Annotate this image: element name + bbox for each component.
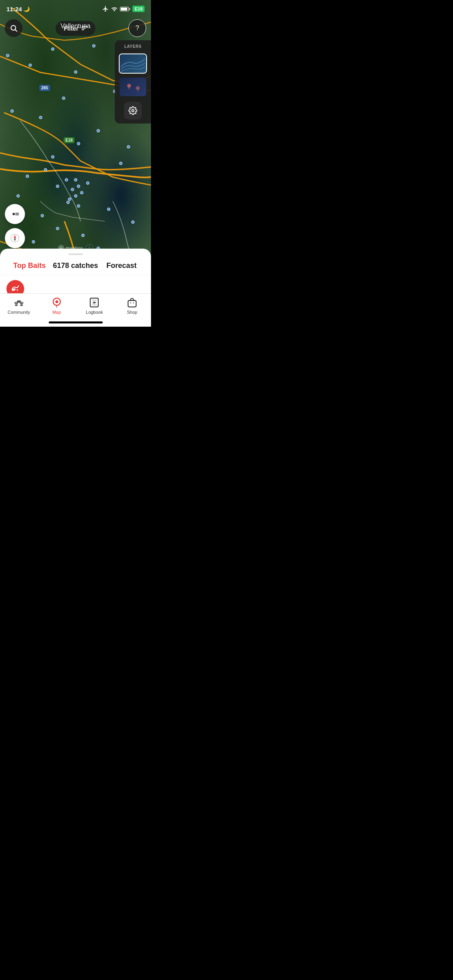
layers-settings-button[interactable] — [124, 102, 142, 119]
pins-preview — [120, 77, 146, 97]
svg-point-34 — [130, 303, 131, 304]
svg-point-27 — [55, 301, 58, 303]
road-label-265: 265 — [39, 85, 50, 91]
svg-rect-33 — [128, 301, 136, 307]
compass-icon — [10, 233, 20, 243]
layers-title: LAYERS — [124, 44, 142, 49]
svg-marker-10 — [14, 235, 16, 238]
sheet-handle — [68, 253, 83, 255]
tab-top-baits[interactable]: Top Baits — [6, 261, 52, 270]
search-icon — [10, 24, 18, 32]
shop-icon — [126, 297, 138, 308]
map-bottom-controls — [5, 204, 25, 248]
topo-preview — [121, 55, 145, 72]
logbook-tab-label: Logbook — [86, 310, 103, 315]
shop-tab-label: Shop — [127, 310, 137, 315]
tab-shop[interactable]: Shop — [118, 297, 146, 315]
map-pin-list-icon — [10, 209, 20, 219]
svg-marker-11 — [14, 238, 16, 241]
layer-pins-button[interactable] — [119, 77, 147, 97]
compass-button[interactable] — [5, 228, 25, 248]
svg-point-14 — [17, 289, 18, 291]
location-name: Vallentuna — [60, 23, 90, 30]
tab-forecast[interactable]: Forecast — [99, 261, 145, 270]
fishing-bait-icon — [10, 284, 20, 294]
svg-point-21 — [17, 303, 17, 303]
map-icon — [51, 297, 62, 308]
layers-panel: LAYERS — [115, 40, 151, 124]
logbook-icon — [89, 297, 100, 308]
svg-line-2 — [15, 30, 17, 32]
svg-point-17 — [17, 300, 21, 303]
help-button[interactable]: ? — [128, 19, 146, 37]
svg-point-23 — [22, 303, 23, 303]
home-indicator — [49, 321, 103, 323]
svg-point-24 — [18, 301, 19, 302]
svg-point-25 — [19, 301, 20, 302]
svg-point-22 — [21, 303, 21, 303]
community-icon — [13, 297, 25, 308]
map-list-button[interactable] — [5, 204, 25, 224]
svg-point-6 — [12, 213, 15, 215]
road-label-e18: E18 — [64, 137, 75, 143]
svg-point-30 — [93, 302, 93, 303]
tab-map[interactable]: Map — [43, 297, 71, 315]
tab-logbook[interactable]: Logbook — [80, 297, 108, 315]
map-header: Filter ? — [0, 3, 151, 37]
layer-topo-button[interactable] — [119, 54, 147, 74]
community-tab-label: Community — [8, 310, 30, 315]
svg-point-18 — [15, 304, 18, 306]
sheet-tabs: Top Baits 6178 catches Forecast — [0, 261, 151, 275]
settings-gear-icon — [128, 106, 137, 115]
svg-point-19 — [20, 304, 23, 306]
map-tab-label: Map — [52, 310, 61, 315]
tab-catches[interactable]: 6178 catches — [52, 261, 98, 270]
svg-point-1 — [11, 25, 16, 30]
svg-point-20 — [15, 303, 16, 303]
svg-point-5 — [132, 109, 134, 112]
search-button[interactable] — [5, 19, 23, 37]
tab-community[interactable]: Community — [5, 297, 33, 315]
svg-point-35 — [133, 303, 134, 304]
